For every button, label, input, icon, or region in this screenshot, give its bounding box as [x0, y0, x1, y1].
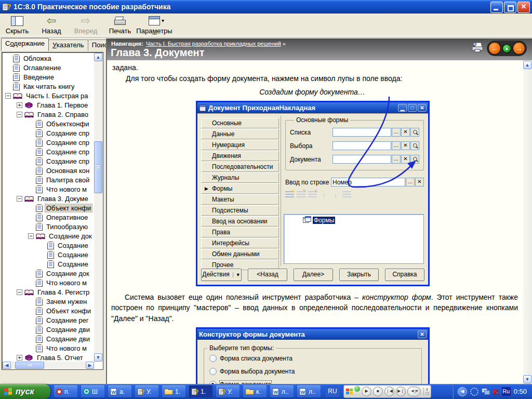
category-подсистемы[interactable]: Подсистемы	[201, 205, 279, 216]
tree-item[interactable]: Создание дви	[3, 325, 94, 334]
printer-icon[interactable]	[470, 41, 485, 56]
magnifier-button[interactable]	[410, 141, 419, 150]
move-up-icon[interactable]: ↑	[320, 191, 328, 199]
expand-icon[interactable]	[17, 355, 22, 361]
tree-vertical-scrollbar[interactable]: ▲ ▼	[94, 53, 102, 362]
kaspersky-icon[interactable]: K	[493, 387, 499, 396]
taskbar-item[interactable]: Ш	[81, 385, 104, 397]
breadcrumb-link[interactable]: Часть I. Быстрая разработка прикладных р…	[146, 41, 281, 47]
taskbar-item[interactable]: 1.	[162, 385, 185, 397]
radio-option[interactable]: Форма выбора документа	[209, 368, 417, 375]
maximize-icon[interactable]: □	[408, 104, 417, 112]
ellipsis-button[interactable]: …	[392, 141, 401, 150]
back-circle-icon[interactable]: ←	[488, 42, 501, 55]
справка-button[interactable]: Справка	[385, 269, 424, 281]
действия-button[interactable]: Действия▼	[201, 269, 242, 281]
category-права[interactable]: Права	[201, 227, 279, 237]
tree-horizontal-scrollbar[interactable]: ◀ ▶	[3, 362, 94, 369]
radio-icon[interactable]	[209, 355, 217, 362]
tree-item[interactable]: Создание рег	[3, 315, 94, 325]
toolbar-grip[interactable]: ⇕❐	[423, 388, 429, 395]
tree-item[interactable]: Создание дви	[3, 334, 94, 343]
scroll-up-icon[interactable]: ▲	[523, 61, 531, 69]
category-обмен-данными[interactable]: Обмен данными	[201, 249, 279, 259]
scroll-down-icon[interactable]: ▼	[523, 375, 531, 383]
category-основные[interactable]: Основные	[201, 118, 279, 128]
collapse-icon[interactable]	[17, 196, 22, 202]
tree-item[interactable]: Глава 4. Регистр	[3, 287, 94, 297]
scroll-right-icon[interactable]: ▶	[86, 362, 94, 369]
документа-field[interactable]	[332, 155, 391, 164]
tree-item[interactable]: Глава 2. Справо	[3, 110, 94, 119]
forms-listbox[interactable]: Формы	[284, 214, 424, 264]
scrollbar-thumb[interactable]	[15, 362, 44, 369]
language-indicator[interactable]: RU	[326, 386, 339, 397]
top-circle-icon[interactable]: ▲	[502, 44, 512, 54]
ellipsis-button[interactable]: …	[406, 178, 415, 187]
tree-item[interactable]: Объектконфи	[3, 119, 94, 128]
expand-icon[interactable]	[17, 102, 22, 108]
tree-item[interactable]: Основная кон	[3, 166, 94, 175]
tree-item[interactable]: Создание спр	[3, 156, 94, 166]
close-icon[interactable]: ✕	[418, 104, 427, 112]
tree-item[interactable]: Глава 1. Первое	[3, 100, 94, 110]
radio-option[interactable]: Форма документа	[209, 381, 417, 384]
minimize-icon[interactable]: ▁	[398, 104, 407, 112]
tree-item[interactable]: Создание	[3, 259, 94, 269]
edit-form-icon[interactable]: ✎	[297, 191, 305, 199]
tree-item[interactable]: Объект конфи	[3, 203, 94, 212]
options-window-button[interactable]: Параметры	[137, 15, 171, 36]
назад-button[interactable]: <Назад	[248, 269, 287, 281]
tree-item[interactable]: Зачем нужен	[3, 297, 94, 306]
scroll-left-icon[interactable]: ◀	[3, 362, 11, 369]
back-arrow-button[interactable]: ⇦Назад	[34, 15, 69, 36]
tree-item[interactable]: Что нового м	[3, 278, 94, 287]
move-down-icon[interactable]: ↓	[331, 191, 340, 199]
play-icon[interactable]: ▶	[362, 387, 371, 396]
collapse-icon[interactable]	[17, 289, 22, 295]
tree-item[interactable]: Палитра свой	[3, 175, 94, 184]
tab-содержание[interactable]: Содержание	[1, 38, 49, 51]
tree-item[interactable]: Глава 3. Докуме	[3, 194, 94, 203]
dotted-circle-icon[interactable]	[470, 388, 478, 396]
tree-item[interactable]: Создание спр	[3, 147, 94, 156]
category-макеты[interactable]: Макеты	[201, 194, 279, 205]
printer-button[interactable]: Печать	[103, 15, 137, 36]
radio-icon[interactable]	[209, 381, 217, 384]
taskbar-item[interactable]: Wл..	[270, 385, 294, 397]
hide-panel-button[interactable]: Скрыть	[0, 15, 34, 36]
next-icon[interactable]: ▶❘	[396, 387, 406, 396]
category-последовательности[interactable]: Последовательности	[201, 162, 279, 172]
sort-icon[interactable]	[342, 191, 351, 199]
tree-item[interactable]: Что нового м	[3, 184, 94, 194]
tree-item[interactable]: Введение	[3, 72, 94, 82]
collapse-icon[interactable]	[17, 112, 22, 117]
tree-item[interactable]: Создание док	[3, 269, 94, 278]
category-журналы[interactable]: Журналы	[201, 172, 279, 183]
magnifier-button[interactable]	[410, 155, 419, 164]
delete-form-icon[interactable]: ✕	[308, 191, 317, 199]
tab-указатель[interactable]: Указатель	[48, 39, 88, 51]
windows-flag-icon[interactable]	[346, 389, 353, 394]
tree-item[interactable]: Создание	[3, 241, 94, 250]
tree-item[interactable]: Оглавление	[3, 63, 94, 72]
category-интерфейсы[interactable]: Интерфейсы	[201, 238, 279, 248]
previous-icon[interactable]: ❘◀	[384, 387, 394, 396]
network-icon[interactable]	[482, 388, 490, 395]
radio-option[interactable]: Форма списка документа	[209, 355, 417, 362]
tree-item[interactable]: Объект конфи	[3, 306, 94, 315]
restore-button[interactable]	[504, 2, 516, 13]
taskbar-item[interactable]: ?1.	[189, 385, 212, 397]
tree-item[interactable]: Как читать книгу	[3, 82, 94, 91]
chevron-up-icon[interactable]: ˇ	[354, 386, 360, 392]
category-ввод-на-основании[interactable]: Ввод на основании	[201, 216, 279, 227]
taskbar-item[interactable]: Wа.	[108, 385, 131, 397]
tree-item[interactable]: Часть I. Быстрая ра	[3, 91, 94, 100]
scrollbar-thumb[interactable]	[94, 141, 102, 193]
scroll-up-icon[interactable]: ▲	[94, 53, 102, 61]
radio-icon[interactable]	[209, 368, 217, 375]
taskbar-item[interactable]: Wл..	[297, 385, 321, 397]
collapse-icon[interactable]	[28, 233, 34, 239]
category-нумерация[interactable]: Нумерация	[201, 140, 279, 150]
scroll-down-icon[interactable]: ▼	[94, 353, 102, 362]
